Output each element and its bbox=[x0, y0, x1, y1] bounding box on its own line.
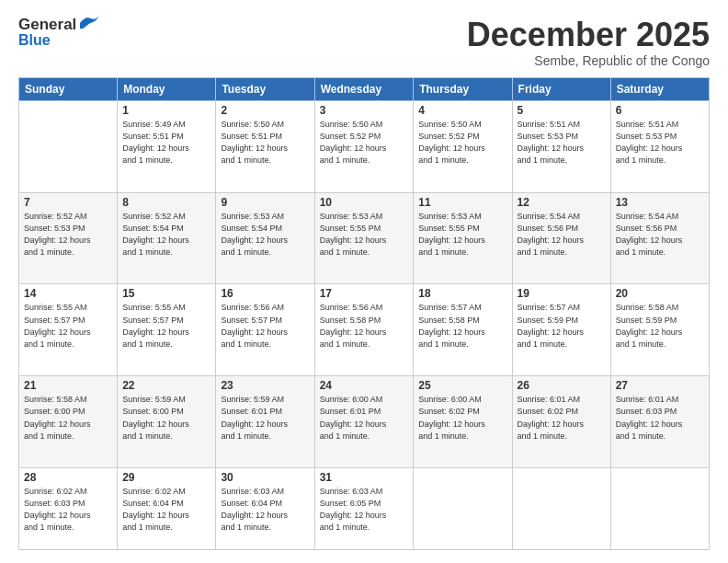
day-info: Sunrise: 5:49 AM Sunset: 5:51 PM Dayligh… bbox=[122, 119, 210, 167]
day-info: Sunrise: 5:52 AM Sunset: 5:53 PM Dayligh… bbox=[24, 211, 112, 259]
day-number: 1 bbox=[122, 104, 210, 117]
day-info: Sunrise: 5:50 AM Sunset: 5:52 PM Dayligh… bbox=[320, 119, 409, 167]
calendar-week-row: 28Sunrise: 6:02 AM Sunset: 6:03 PM Dayli… bbox=[19, 468, 710, 550]
day-number: 19 bbox=[518, 287, 606, 300]
day-number: 10 bbox=[320, 196, 409, 209]
table-row: 19Sunrise: 5:57 AM Sunset: 5:59 PM Dayli… bbox=[512, 284, 610, 376]
day-info: Sunrise: 6:00 AM Sunset: 6:01 PM Dayligh… bbox=[320, 394, 409, 442]
day-number: 24 bbox=[320, 379, 409, 392]
day-info: Sunrise: 5:55 AM Sunset: 5:57 PM Dayligh… bbox=[24, 302, 112, 350]
header: General Blue December 2025 Sembe, Republ… bbox=[18, 17, 710, 68]
day-info: Sunrise: 5:55 AM Sunset: 5:57 PM Dayligh… bbox=[122, 302, 210, 350]
calendar-week-row: 21Sunrise: 5:58 AM Sunset: 6:00 PM Dayli… bbox=[19, 376, 710, 468]
day-number: 6 bbox=[616, 104, 704, 117]
day-number: 12 bbox=[518, 196, 606, 209]
table-row: 14Sunrise: 5:55 AM Sunset: 5:57 PM Dayli… bbox=[19, 284, 118, 376]
table-row: 31Sunrise: 6:03 AM Sunset: 6:05 PM Dayli… bbox=[314, 468, 414, 550]
table-row: 29Sunrise: 6:02 AM Sunset: 6:04 PM Dayli… bbox=[118, 468, 216, 550]
calendar-table: Sunday Monday Tuesday Wednesday Thursday… bbox=[18, 77, 710, 550]
col-thursday: Thursday bbox=[414, 77, 512, 100]
day-number: 5 bbox=[518, 104, 606, 117]
title-block: December 2025 Sembe, Republic of the Con… bbox=[467, 17, 710, 68]
day-number: 11 bbox=[418, 196, 506, 209]
day-number: 3 bbox=[320, 104, 409, 117]
table-row: 30Sunrise: 6:03 AM Sunset: 6:04 PM Dayli… bbox=[216, 468, 314, 550]
day-number: 14 bbox=[24, 287, 112, 300]
table-row: 3Sunrise: 5:50 AM Sunset: 5:52 PM Daylig… bbox=[314, 100, 414, 192]
table-row bbox=[512, 468, 610, 550]
table-row: 22Sunrise: 5:59 AM Sunset: 6:00 PM Dayli… bbox=[118, 376, 216, 468]
day-info: Sunrise: 5:53 AM Sunset: 5:55 PM Dayligh… bbox=[320, 211, 409, 259]
table-row: 26Sunrise: 6:01 AM Sunset: 6:02 PM Dayli… bbox=[512, 376, 610, 468]
table-row: 11Sunrise: 5:53 AM Sunset: 5:55 PM Dayli… bbox=[414, 192, 512, 284]
day-info: Sunrise: 5:52 AM Sunset: 5:54 PM Dayligh… bbox=[122, 211, 210, 259]
table-row: 15Sunrise: 5:55 AM Sunset: 5:57 PM Dayli… bbox=[118, 284, 216, 376]
day-info: Sunrise: 6:01 AM Sunset: 6:02 PM Dayligh… bbox=[518, 394, 606, 442]
table-row: 8Sunrise: 5:52 AM Sunset: 5:54 PM Daylig… bbox=[118, 192, 216, 284]
table-row: 12Sunrise: 5:54 AM Sunset: 5:56 PM Dayli… bbox=[512, 192, 610, 284]
day-info: Sunrise: 5:51 AM Sunset: 5:53 PM Dayligh… bbox=[616, 119, 704, 167]
day-info: Sunrise: 5:53 AM Sunset: 5:54 PM Dayligh… bbox=[221, 211, 309, 259]
col-saturday: Saturday bbox=[610, 77, 709, 100]
day-info: Sunrise: 5:58 AM Sunset: 5:59 PM Dayligh… bbox=[616, 302, 704, 350]
table-row bbox=[610, 468, 709, 550]
day-number: 7 bbox=[24, 196, 112, 209]
day-info: Sunrise: 5:50 AM Sunset: 5:52 PM Dayligh… bbox=[418, 119, 506, 167]
day-info: Sunrise: 6:03 AM Sunset: 6:04 PM Dayligh… bbox=[221, 486, 309, 534]
day-number: 31 bbox=[320, 471, 409, 484]
day-number: 17 bbox=[320, 287, 409, 300]
day-info: Sunrise: 6:02 AM Sunset: 6:04 PM Dayligh… bbox=[122, 486, 210, 534]
day-number: 4 bbox=[418, 104, 506, 117]
table-row bbox=[19, 100, 118, 192]
day-info: Sunrise: 5:50 AM Sunset: 5:51 PM Dayligh… bbox=[221, 119, 309, 167]
logo-bird-icon bbox=[78, 14, 102, 32]
day-number: 29 bbox=[122, 471, 210, 484]
day-number: 30 bbox=[221, 471, 309, 484]
day-info: Sunrise: 6:03 AM Sunset: 6:05 PM Dayligh… bbox=[320, 486, 409, 534]
table-row: 6Sunrise: 5:51 AM Sunset: 5:53 PM Daylig… bbox=[610, 100, 709, 192]
table-row: 27Sunrise: 6:01 AM Sunset: 6:03 PM Dayli… bbox=[610, 376, 709, 468]
col-wednesday: Wednesday bbox=[314, 77, 414, 100]
month-title: December 2025 bbox=[467, 17, 710, 53]
calendar-header-row: Sunday Monday Tuesday Wednesday Thursday… bbox=[19, 77, 710, 100]
day-number: 9 bbox=[221, 196, 309, 209]
day-number: 25 bbox=[418, 379, 506, 392]
calendar-week-row: 1Sunrise: 5:49 AM Sunset: 5:51 PM Daylig… bbox=[19, 100, 710, 192]
table-row: 24Sunrise: 6:00 AM Sunset: 6:01 PM Dayli… bbox=[314, 376, 414, 468]
calendar-week-row: 7Sunrise: 5:52 AM Sunset: 5:53 PM Daylig… bbox=[19, 192, 710, 284]
day-info: Sunrise: 5:56 AM Sunset: 5:57 PM Dayligh… bbox=[221, 302, 309, 350]
day-number: 23 bbox=[221, 379, 309, 392]
day-info: Sunrise: 5:57 AM Sunset: 5:59 PM Dayligh… bbox=[518, 302, 606, 350]
table-row: 23Sunrise: 5:59 AM Sunset: 6:01 PM Dayli… bbox=[216, 376, 314, 468]
table-row: 25Sunrise: 6:00 AM Sunset: 6:02 PM Dayli… bbox=[414, 376, 512, 468]
day-info: Sunrise: 6:00 AM Sunset: 6:02 PM Dayligh… bbox=[418, 394, 506, 442]
table-row: 9Sunrise: 5:53 AM Sunset: 5:54 PM Daylig… bbox=[216, 192, 314, 284]
day-info: Sunrise: 5:58 AM Sunset: 6:00 PM Dayligh… bbox=[24, 394, 112, 442]
day-number: 22 bbox=[122, 379, 210, 392]
table-row: 28Sunrise: 6:02 AM Sunset: 6:03 PM Dayli… bbox=[19, 468, 118, 550]
table-row: 2Sunrise: 5:50 AM Sunset: 5:51 PM Daylig… bbox=[216, 100, 314, 192]
logo-text-blue: Blue bbox=[18, 32, 51, 49]
day-info: Sunrise: 5:54 AM Sunset: 5:56 PM Dayligh… bbox=[616, 211, 704, 259]
table-row: 21Sunrise: 5:58 AM Sunset: 6:00 PM Dayli… bbox=[19, 376, 118, 468]
day-info: Sunrise: 5:51 AM Sunset: 5:53 PM Dayligh… bbox=[518, 119, 606, 167]
day-number: 15 bbox=[122, 287, 210, 300]
location-subtitle: Sembe, Republic of the Congo bbox=[467, 53, 710, 68]
day-info: Sunrise: 5:53 AM Sunset: 5:55 PM Dayligh… bbox=[418, 211, 506, 259]
table-row: 5Sunrise: 5:51 AM Sunset: 5:53 PM Daylig… bbox=[512, 100, 610, 192]
col-tuesday: Tuesday bbox=[216, 77, 314, 100]
table-row: 4Sunrise: 5:50 AM Sunset: 5:52 PM Daylig… bbox=[414, 100, 512, 192]
day-number: 13 bbox=[616, 196, 704, 209]
day-info: Sunrise: 5:59 AM Sunset: 6:00 PM Dayligh… bbox=[122, 394, 210, 442]
day-info: Sunrise: 5:59 AM Sunset: 6:01 PM Dayligh… bbox=[221, 394, 309, 442]
day-number: 18 bbox=[418, 287, 506, 300]
day-info: Sunrise: 6:02 AM Sunset: 6:03 PM Dayligh… bbox=[24, 486, 112, 534]
table-row: 18Sunrise: 5:57 AM Sunset: 5:58 PM Dayli… bbox=[414, 284, 512, 376]
table-row bbox=[414, 468, 512, 550]
day-info: Sunrise: 5:57 AM Sunset: 5:58 PM Dayligh… bbox=[418, 302, 506, 350]
day-number: 28 bbox=[24, 471, 112, 484]
table-row: 17Sunrise: 5:56 AM Sunset: 5:58 PM Dayli… bbox=[314, 284, 414, 376]
day-number: 27 bbox=[616, 379, 704, 392]
day-number: 26 bbox=[518, 379, 606, 392]
day-info: Sunrise: 5:56 AM Sunset: 5:58 PM Dayligh… bbox=[320, 302, 409, 350]
